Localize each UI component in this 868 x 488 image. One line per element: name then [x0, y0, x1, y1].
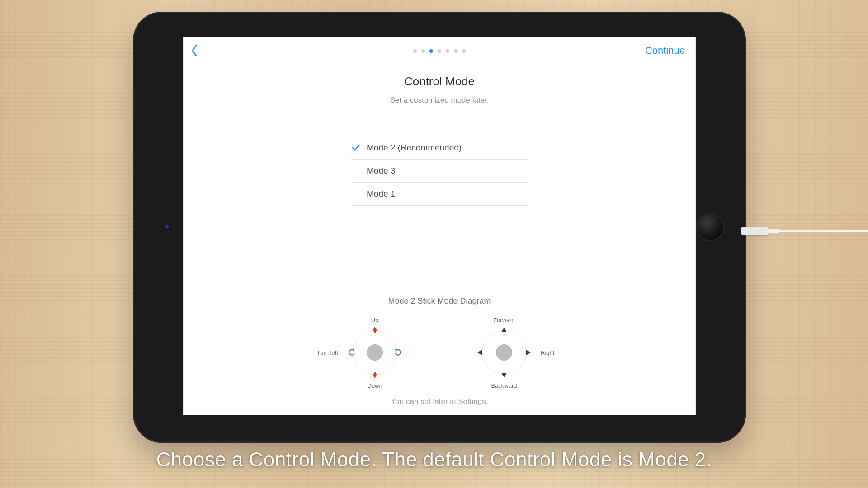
continue-button[interactable]: Continue: [645, 45, 685, 56]
svg-marker-1: [372, 372, 377, 378]
video-caption: Choose a Control Mode. The default Contr…: [156, 448, 712, 471]
mode-option-mode2[interactable]: Mode 2 (Recommended): [351, 136, 528, 160]
tablet-device: Continue Control Mode Set a customized m…: [133, 12, 746, 443]
triangle-up-icon: [501, 328, 507, 332]
right-stick-up-label: Forward: [493, 317, 515, 324]
page-subtitle: Set a customized mode later.: [183, 96, 696, 105]
page-dot: [462, 49, 466, 53]
arrow-down-icon: [372, 372, 378, 378]
mode-option-mode3[interactable]: Mode 3: [351, 160, 528, 183]
svg-marker-6: [477, 350, 482, 355]
mode-option-label: Mode 3: [367, 166, 395, 175]
page-dot: [413, 49, 417, 53]
page-title: Control Mode: [183, 75, 696, 89]
left-stick-left-label: Turn left: [317, 349, 338, 356]
page-dot: [454, 49, 458, 53]
diagram-footer: You can set later in Settings.: [183, 397, 696, 406]
app-screen: Continue Control Mode Set a customized m…: [183, 37, 696, 415]
triangle-left-icon: [477, 350, 482, 355]
rotate-left-icon: [348, 349, 355, 356]
stick-knob-icon: [367, 344, 383, 361]
arrow-up-icon: [372, 327, 378, 333]
svg-marker-0: [372, 327, 377, 333]
content-area: Control Mode Set a customized mode later…: [183, 65, 696, 206]
svg-marker-4: [501, 328, 507, 332]
mode-list: Mode 2 (Recommended) Mode 3 Mode 1: [351, 136, 528, 206]
mode-option-mode1[interactable]: Mode 1: [351, 183, 528, 206]
svg-marker-7: [526, 350, 531, 355]
page-dot-active: [429, 49, 433, 53]
left-stick-up-label: Up: [371, 317, 379, 324]
diagram-title: Mode 2 Stick Mode Diagram: [183, 296, 696, 306]
mode-option-label: Mode 1: [367, 189, 395, 198]
stick-diagram: Mode 2 Stick Mode Diagram Up Down Turn l…: [183, 296, 696, 406]
triangle-right-icon: [526, 350, 531, 355]
page-dot: [446, 49, 449, 53]
page-dot: [421, 49, 425, 53]
charging-cable: [741, 224, 868, 238]
checkmark-icon: [351, 143, 360, 154]
rotate-right-icon: [394, 349, 401, 356]
triangle-down-icon: [501, 373, 507, 377]
page-dot: [438, 49, 441, 53]
stick-knob-icon: [496, 344, 512, 361]
svg-marker-5: [501, 373, 507, 377]
right-stick: Forward Backward Right: [448, 319, 561, 386]
mode-option-label: Mode 2 (Recommended): [367, 143, 462, 152]
nav-bar: Continue: [183, 37, 696, 65]
right-stick-right-label: Right: [541, 349, 554, 356]
front-camera: [165, 224, 171, 230]
right-stick-down-label: Backward: [491, 382, 517, 389]
page-indicator: [413, 49, 466, 53]
chevron-left-icon: [189, 44, 203, 57]
left-stick: Up Down Turn left: [318, 319, 431, 386]
home-button[interactable]: [696, 213, 724, 241]
back-button[interactable]: [189, 44, 203, 57]
left-stick-down-label: Down: [367, 382, 382, 389]
